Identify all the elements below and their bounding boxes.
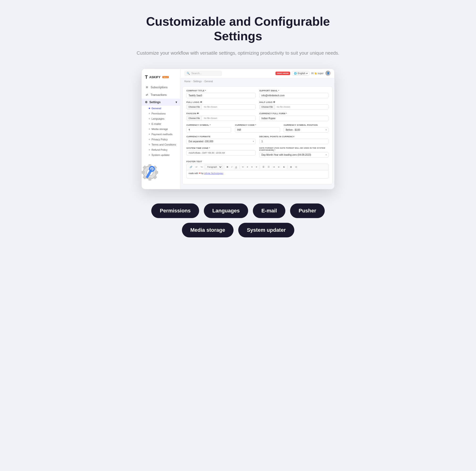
ordered-list-button[interactable]: ☷	[267, 165, 271, 169]
form-row-2: FULL LOGO 👁 Choose File No file chosen H…	[187, 101, 328, 110]
dot	[149, 139, 150, 140]
favicon-group: FAVICON 👁 Choose File No file chosen	[187, 112, 256, 121]
topnav: 🔍 Search... DEMO MODE 🌐 English ▾ Hi 👋 s…	[181, 69, 334, 78]
date-format-label: DATE FORMAT (THIS DATE FORMAT WILL BE US…	[259, 147, 329, 151]
currency-symbol-input[interactable]	[187, 127, 231, 133]
badge-email[interactable]: E-mail	[253, 203, 285, 218]
badge-languages[interactable]: Languages	[204, 203, 248, 218]
currency-format-select[interactable]: Dot separated -100,000	[187, 139, 256, 144]
badges-row-2: Media storage System updater	[182, 223, 294, 237]
form-row-4: CURRENCY SYMBOL * CURRENCY CODE * CURREN…	[187, 124, 328, 133]
half-logo-choose-button[interactable]: Choose File	[260, 105, 275, 109]
dot	[149, 154, 150, 156]
badge-system-updater[interactable]: System updater	[238, 223, 294, 237]
submenu-label: Terms and Conditons	[152, 143, 176, 146]
support-email-input[interactable]	[259, 93, 329, 98]
align-left-button[interactable]: ≡	[241, 165, 245, 169]
settings-label: Settings	[149, 100, 160, 104]
paragraph-select[interactable]: Paragraph	[205, 165, 222, 169]
sidebar-item-transactions[interactable]: ⇄ Transactions	[142, 91, 180, 99]
align-right-button[interactable]: ≡	[250, 165, 254, 169]
submenu-privacy-policy[interactable]: Privacy Policy	[146, 137, 180, 142]
currency-symbol-label: CURRENCY SYMBOL *	[187, 124, 231, 126]
date-format-group: DATE FORMAT (THIS DATE FORMAT WILL BE US…	[259, 147, 329, 158]
outdent-button[interactable]: ⇤	[277, 165, 281, 169]
avatar[interactable]: 👤	[325, 71, 331, 76]
editor-content[interactable]: made with ❤ by Infinite Technologies	[187, 170, 328, 179]
gear-illustration-area	[142, 160, 180, 185]
link-button[interactable]: 🔗	[188, 165, 193, 169]
badges-row-1: Permissions Languages E-mail Pusher	[151, 203, 325, 218]
submenu-terms[interactable]: Terms and Conditons	[146, 142, 180, 147]
decimal-points-input[interactable]	[259, 139, 329, 144]
search-placeholder: Search...	[191, 72, 202, 75]
submenu-payment-methods[interactable]: Payment methods	[146, 132, 180, 137]
breadcrumb-home[interactable]: Home	[184, 80, 191, 83]
full-logo-choose-button[interactable]: Choose File	[187, 105, 202, 109]
footer-text-label: FOOTER TEXT	[187, 160, 328, 163]
currency-symbol-position-select[interactable]: Before - $100	[284, 127, 328, 133]
support-email-label: SUPPORT EMAIL *	[259, 89, 329, 92]
align-center-button[interactable]: ≡	[246, 165, 249, 169]
more-button[interactable]: ⊙	[294, 165, 298, 169]
ui-mockup: T ASKIFY SALE ⊞ Subscriptions ⇄ Transact…	[141, 68, 335, 189]
settings-menu-item[interactable]: ⚙ Settings ▾	[142, 99, 180, 106]
favicon-choose-button[interactable]: Choose File	[187, 116, 202, 121]
breadcrumb-arrow: ›	[192, 80, 192, 83]
currency-full-form-input[interactable]	[259, 116, 329, 121]
avatar-icon: 👤	[327, 72, 329, 74]
align-justify-button[interactable]: ≡	[255, 165, 258, 169]
breadcrumb-settings[interactable]: Settings	[193, 80, 202, 83]
undo-button[interactable]: ↩	[194, 165, 199, 169]
table-button[interactable]: ⊞	[289, 165, 293, 169]
submenu-general[interactable]: General	[146, 106, 180, 111]
eye-icon: 👁	[197, 112, 199, 115]
full-logo-file-input: Choose File No file chosen	[187, 104, 256, 110]
underline-button[interactable]: A	[234, 165, 238, 169]
footer-made-with: made with	[188, 172, 199, 175]
timezone-display[interactable]: Asia/Kolkata - GMT +05:30 - 10:04 AM	[187, 150, 256, 155]
globe-icon: 🌐	[294, 72, 297, 75]
sidebar-item-label: Subscriptions	[151, 86, 168, 89]
timezone-label: SYSTEM TIME ZONE *	[187, 147, 256, 149]
strikethrough-button[interactable]: S	[282, 165, 286, 169]
currency-format-group: CURRENCY FORMATE Dot separated -100,000 …	[187, 135, 256, 144]
company-title-input[interactable]	[187, 93, 256, 98]
list-button[interactable]: ☰	[261, 165, 266, 169]
date-format-select[interactable]: Day-Month-Year with leading zero (04-08-…	[259, 152, 329, 158]
submenu-media-storage[interactable]: Media storage	[146, 127, 180, 132]
indent-button[interactable]: ⇥	[272, 165, 276, 169]
submenu-label: Media storage	[152, 128, 168, 130]
toolbar-separator	[287, 165, 288, 169]
currency-symbol-group: CURRENCY SYMBOL *	[187, 124, 231, 133]
submenu-label: System updater	[152, 154, 170, 156]
dot	[149, 118, 150, 119]
full-logo-label: FULL LOGO 👁	[187, 101, 256, 103]
italic-button[interactable]: I	[230, 165, 234, 169]
sidebar-item-label: Transactions	[151, 93, 167, 97]
footer-link[interactable]: Infinite Technologies	[204, 172, 223, 175]
badges-section: Permissions Languages E-mail Pusher Medi…	[5, 203, 471, 237]
bold-button[interactable]: B	[225, 165, 230, 169]
favicon-file-input: Choose File No file chosen	[187, 116, 256, 121]
sidebar-item-subscriptions[interactable]: ⊞ Subscriptions	[142, 84, 180, 91]
svg-rect-4	[142, 171, 145, 174]
badge-pusher[interactable]: Pusher	[290, 203, 325, 218]
greeting-text: Hi 👋 super	[311, 72, 323, 75]
language-button[interactable]: 🌐 English ▾	[292, 71, 309, 76]
grid-icon: ⊞	[145, 85, 149, 89]
submenu-permissions[interactable]: Permissions	[146, 111, 180, 116]
badge-media-storage[interactable]: Media storage	[182, 223, 234, 237]
eye-icon: 👁	[200, 101, 202, 103]
breadcrumb: Home › Settings › General	[181, 78, 334, 84]
submenu-languages[interactable]: Languages	[146, 116, 180, 121]
currency-format-select-group: Dot separated -100,000 ▾	[187, 139, 256, 144]
submenu-emailer[interactable]: E-mailer	[146, 121, 180, 127]
submenu-system-updater[interactable]: System updater	[146, 152, 180, 158]
badge-permissions[interactable]: Permissions	[151, 203, 199, 218]
submenu-refund-policy[interactable]: Refund Policy	[146, 147, 180, 152]
redo-button[interactable]: ↪	[200, 165, 204, 169]
currency-code-input[interactable]	[235, 127, 280, 133]
search-box[interactable]: 🔍 Search...	[184, 71, 222, 76]
favicon-filename: No file chosen	[202, 116, 255, 121]
